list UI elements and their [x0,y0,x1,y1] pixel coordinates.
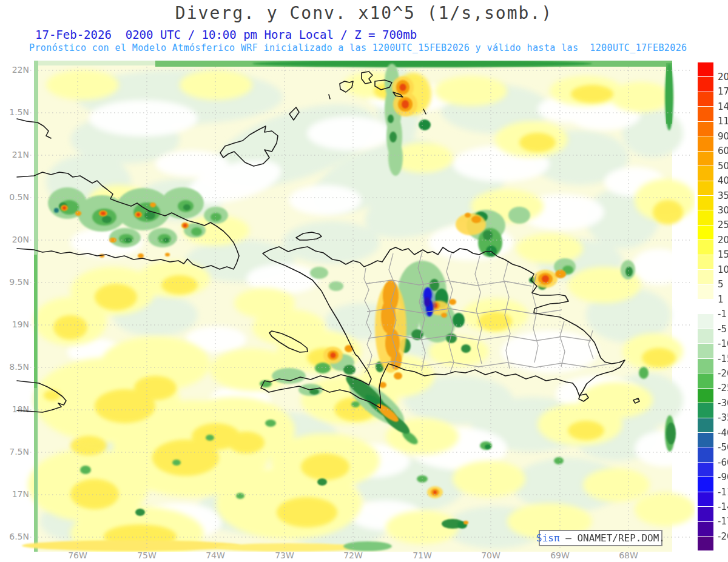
colorbar-segment [698,433,713,447]
longitude-tick-label: 75W [133,550,161,560]
colorbar-segment [698,181,713,195]
weather-map-page: { "title": "Diverg. y Conv. x10^5 (1/s,s… [0,0,728,562]
longitude-tick-label: 72W [339,550,367,560]
colorbar-segment [698,152,713,166]
colorbar-segment [698,62,713,76]
colorbar-tick-label: 90 [718,131,728,142]
colorbar-tick-label: -5 [718,324,727,335]
colorbar-tick-label: -170 [718,516,728,527]
longitude-tick-label: 69W [546,550,574,560]
colorbar-tick-label: 30 [718,205,728,216]
colorbar-tick-label: -140 [718,501,728,512]
watermark-box: Sisπ – ONAMET/REP.DOM. [539,530,662,546]
colorbar-segment [698,107,713,121]
watermark-brand: Sisπ [536,532,560,544]
watermark-org: – ONAMET/REP.DOM. [560,532,665,544]
colorbar-segment [698,196,713,210]
colorbar-segment [698,226,713,239]
colorbar-tick-label: 170 [718,86,728,97]
colorbar-segment [698,255,713,269]
colorbar-segment [698,537,713,550]
colorbar-tick-label: 50 [718,161,728,172]
colorbar-tick-label: 40 [718,175,728,186]
colorbar-segment [698,136,713,150]
colorbar-tick-label: -20 [718,368,728,379]
colorbar-segment [698,463,713,477]
colorbar-tick-label: 10 [718,264,728,275]
colorbar-tick-label: 200 [718,72,728,82]
colorbar-tick-label: -50 [718,442,728,453]
longitude-tick-label: 70W [477,550,505,560]
colorbar-tick-label: 15 [718,249,728,260]
colorbar-segment [698,507,713,521]
colorbar-segment [698,92,713,106]
colorbar-segment [698,344,713,358]
colorbar-tick-label: 5 [718,279,724,290]
longitude-tick-label: 73W [271,550,298,560]
colorbar-tick-label: 35 [718,190,728,201]
longitude-tick-label: 68W [615,550,642,560]
colorbar-segment [698,492,713,506]
colorbar-tick-label: -10 [718,338,728,349]
colorbar-segment [698,299,713,313]
colorbar-segment [698,166,713,180]
colorbar-tick-label: -60 [718,457,728,468]
longitude-tick-label: 74W [201,550,229,560]
longitude-tick-label: 76W [64,550,92,560]
colorbar-segment [698,418,713,432]
shaded-field [22,61,695,552]
colorbar-tick-label: 60 [718,146,728,156]
colorbar-segment [698,210,713,224]
valid-time-subtitle: 17-Feb-2026 0200 UTC / 10:00 pm Hora Loc… [35,28,417,41]
divergence-map [16,61,695,552]
colorbar-segment [698,477,713,491]
colorbar-tick-label: -30 [718,398,728,409]
colorbar-segment [698,77,713,91]
colorbar-tick-label: -40 [718,427,728,438]
colorbar-segment [698,447,713,461]
colorbar-tick-label: -200 [718,531,728,542]
colorbar-tick-label: 110 [718,116,728,127]
colorbar-tick-label: -25 [718,383,728,393]
map-title: Diverg. y Conv. x10^5 (1/s,somb.) [0,3,728,23]
colorbar-tick-label: -110 [718,487,728,498]
colorbar-tick-label: -1 [718,309,727,319]
colorbar-segment [698,314,713,328]
colorbar-segment [698,389,713,403]
model-run-subtitle: Pronóstico con el Modelo Atmósferico WRF… [29,42,687,53]
colorbar-tick-label: 140 [718,101,728,112]
colorbar-segment [698,122,713,136]
colorbar-segment [698,270,713,284]
colorbar [698,62,713,551]
colorbar-segment [698,329,713,343]
colorbar-segment [698,403,713,417]
colorbar-tick-label: 1 [718,294,724,305]
colorbar-tick-label: 20 [718,235,728,246]
colorbar-segment [698,373,713,387]
colorbar-segment [698,240,713,254]
colorbar-segment [698,285,713,299]
colorbar-tick-label: -35 [718,412,728,423]
colorbar-segment [698,359,713,373]
colorbar-segment [698,522,713,536]
colorbar-tick-label: -15 [718,353,728,364]
colorbar-tick-label: -90 [718,472,728,483]
colorbar-tick-label: 25 [718,219,728,230]
longitude-tick-label: 71W [408,550,436,560]
